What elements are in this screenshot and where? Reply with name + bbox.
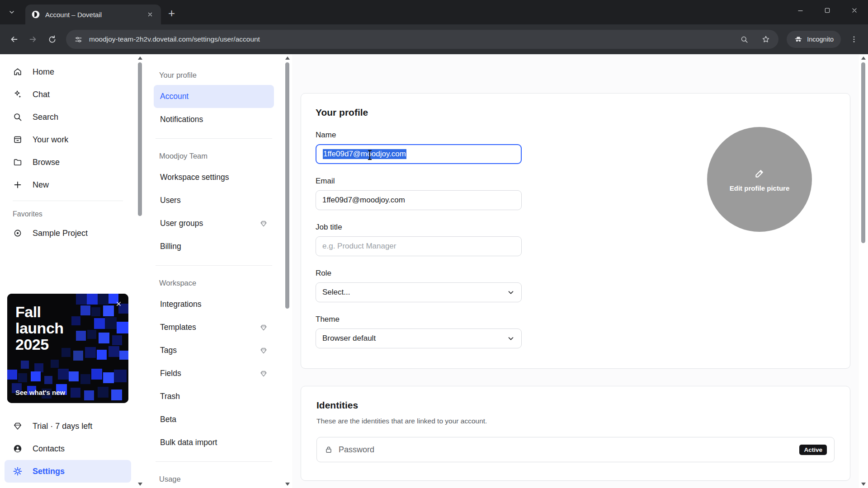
nav-item-tags[interactable]: Tags [154, 339, 274, 362]
primary-sidebar: Home Chat Search Your work Browse New Fa… [0, 54, 136, 488]
nav-item-users[interactable]: Users [154, 189, 274, 212]
sidebar-item-new[interactable]: New [0, 174, 136, 196]
sidebar-item-label: Contacts [33, 444, 65, 454]
sidebar-item-label: Sample Project [33, 229, 88, 238]
new-tab-button[interactable]: + [168, 7, 175, 19]
role-select-value: Select... [322, 288, 350, 297]
gem-icon [259, 370, 268, 378]
role-select[interactable]: Select... [316, 282, 522, 302]
scrollbar-thumb[interactable] [285, 62, 289, 309]
dovetail-favicon-icon [31, 9, 41, 19]
scrollbar-thumb[interactable] [138, 62, 142, 216]
sidebar-item-label: Browse [33, 158, 60, 167]
incognito-label: Incognito [807, 36, 834, 43]
nav-item-account[interactable]: Account [154, 85, 274, 108]
name-input[interactable]: 1ffe09d7@moodjoy.com [316, 144, 522, 164]
pencil-icon [753, 167, 766, 180]
sidebar-item-label: New [33, 180, 49, 190]
promo-card[interactable]: Fall launch 2025 See what's new [7, 294, 128, 403]
nav-divider [156, 138, 272, 139]
nav-item-label: Beta [160, 415, 176, 424]
tab-search-button[interactable] [5, 5, 19, 19]
nav-item-templates[interactable]: Templates [154, 316, 274, 339]
forward-button[interactable] [24, 30, 42, 49]
identities-card: Identities These are the identities that… [301, 386, 850, 481]
sidebar-item-contacts[interactable]: Contacts [0, 437, 136, 460]
browser-chrome: Account – Dovetail + [0, 0, 868, 54]
nav-item-billing[interactable]: Billing [154, 235, 274, 258]
active-status-badge: Active [799, 445, 827, 455]
theme-select[interactable]: Browser default [316, 328, 522, 348]
promo-title: Fall launch 2025 [7, 294, 88, 352]
scroll-down-arrow[interactable] [861, 483, 866, 486]
settings-nav: Your profile Account Notifications Moodj… [145, 54, 283, 488]
scroll-up-arrow[interactable] [285, 56, 290, 60]
minimize-button[interactable] [787, 0, 814, 21]
nav-item-fields[interactable]: Fields [154, 362, 274, 385]
job-title-input[interactable] [316, 236, 522, 256]
nav-item-integrations[interactable]: Integrations [154, 293, 274, 316]
nav-item-workspace-settings[interactable]: Workspace settings [154, 166, 274, 189]
nav-item-label: Integrations [160, 300, 201, 309]
scroll-up-arrow[interactable] [861, 56, 866, 60]
bookmark-star-icon[interactable] [761, 35, 770, 44]
sidebar-item-home[interactable]: Home [0, 61, 136, 83]
nav-item-notifications[interactable]: Notifications [154, 108, 274, 131]
nav-item-label: Users [160, 196, 181, 205]
nav-item-label: Account [160, 92, 189, 101]
main-scrollbar[interactable] [859, 54, 868, 488]
folder-icon [13, 157, 23, 167]
theme-field-group: Theme Browser default [316, 315, 835, 348]
sidebar-item-label: Settings [33, 467, 65, 476]
scroll-down-arrow[interactable] [138, 483, 142, 486]
edit-profile-picture-button[interactable]: Edit profile picture [707, 127, 812, 232]
browser-menu-button[interactable] [844, 30, 863, 49]
settings-main: Your profile Name 1ffe09d7@moodjoy.com E… [292, 54, 859, 488]
window-controls [787, 0, 868, 21]
sidebar-item-label: Trial · 7 days left [33, 422, 92, 431]
promo-close-icon[interactable] [113, 299, 123, 309]
maximize-button[interactable] [814, 0, 841, 21]
scrollbar-thumb[interactable] [861, 62, 865, 243]
home-icon [13, 67, 23, 77]
sidebar-item-label: Chat [33, 90, 50, 99]
sidebar-item-search[interactable]: Search [0, 106, 136, 128]
zoom-icon[interactable] [740, 35, 749, 44]
scroll-up-arrow[interactable] [138, 56, 142, 60]
password-identity-row[interactable]: Password Active [316, 437, 835, 462]
browser-tab[interactable]: Account – Dovetail [25, 5, 161, 24]
incognito-icon [794, 35, 803, 44]
email-input[interactable] [316, 190, 522, 210]
sidebar-item-your-work[interactable]: Your work [0, 128, 136, 151]
nav-divider [156, 265, 272, 266]
theme-label: Theme [316, 315, 835, 324]
nav-item-beta[interactable]: Beta [154, 408, 274, 431]
sidebar-item-settings[interactable]: Settings [5, 460, 131, 483]
nav-item-user-groups[interactable]: User groups [154, 212, 274, 235]
role-field-group: Role Select... [316, 269, 835, 302]
close-window-button[interactable] [841, 0, 868, 21]
sidebar-item-trial[interactable]: Trial · 7 days left [0, 415, 136, 437]
nav-item-trash[interactable]: Trash [154, 385, 274, 408]
nav-section-header: Usage [154, 469, 274, 488]
nav-item-label: Templates [160, 323, 196, 332]
reload-button[interactable] [42, 30, 61, 49]
sidebar-item-browse[interactable]: Browse [0, 151, 136, 174]
address-bar[interactable]: moodjoy-team-2h2v.dovetail.com/settings/… [66, 30, 778, 49]
text-cursor-icon [367, 150, 373, 160]
url-text[interactable]: moodjoy-team-2h2v.dovetail.com/settings/… [89, 35, 260, 43]
sidebar-item-chat[interactable]: Chat [0, 83, 136, 106]
sidebar-item-sample-project[interactable]: Sample Project [0, 222, 136, 244]
nav-divider [156, 461, 272, 462]
sidebar-scrollbar[interactable] [136, 54, 145, 488]
chevron-down-icon [507, 288, 515, 296]
scroll-down-arrow[interactable] [285, 483, 290, 486]
promo-link[interactable]: See what's new [15, 389, 65, 396]
gem-icon [259, 347, 268, 355]
nav-item-bulk-data-import[interactable]: Bulk data import [154, 431, 274, 454]
tab-close-icon[interactable] [145, 9, 156, 20]
back-button[interactable] [5, 30, 24, 49]
settings-nav-scrollbar[interactable] [283, 54, 292, 488]
site-settings-icon[interactable] [74, 35, 83, 44]
identities-card-title: Identities [316, 400, 835, 411]
